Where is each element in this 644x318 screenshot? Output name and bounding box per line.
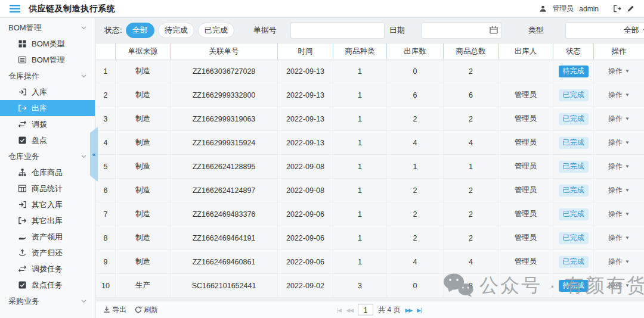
page-first-button[interactable]: |◀ [337, 307, 341, 313]
user-icon [539, 5, 547, 13]
cell-category-count: 1 [333, 155, 387, 178]
sidebar-item-asset-return[interactable]: 资产归还 [0, 245, 95, 261]
cell-category-count: 1 [333, 250, 387, 273]
page-number-input[interactable] [358, 304, 373, 316]
cell-category-count: 3 [333, 274, 387, 297]
cell-action: 操作 ▼ [594, 226, 644, 250]
sidebar-item-warehouse-goods[interactable]: 仓库商品 [0, 164, 95, 180]
cell-total-count: 4 [444, 131, 499, 154]
cell-order-no: ZZ1662624128895 [171, 155, 278, 178]
cell-source: 制造 [116, 179, 171, 202]
caret-down-icon: ▼ [625, 283, 630, 288]
cell-time: 2022-09-13 [278, 131, 333, 154]
cell-index: 2 [96, 83, 116, 107]
cell-status: 已完成 [553, 202, 594, 226]
sidebar-item-outbound[interactable]: 出库 [0, 100, 95, 116]
sidebar-group-warehouse-ops[interactable]: 仓库操作 [0, 68, 95, 84]
row-action-button[interactable]: 操作 ▼ [608, 138, 630, 148]
return-up-icon [18, 249, 26, 257]
cell-order-no: ZZ1662469460861 [171, 250, 278, 273]
check-square-icon [18, 136, 26, 145]
sidebar-group-bom[interactable]: BOM管理 [0, 20, 95, 36]
cell-order-no: ZZ1662999315924 [171, 131, 278, 154]
row-action-button[interactable]: 操作 ▼ [608, 185, 630, 195]
cell-out-count: 2 [387, 202, 444, 226]
sidebar-item-bom-manage[interactable]: BOM管理 [0, 52, 95, 68]
sidebar-item-inbound[interactable]: 入库 [0, 84, 95, 100]
top-header: 供应链及制造执行系统 管理员 admin [0, 0, 644, 18]
cell-index: 6 [96, 179, 116, 202]
cell-time: 2022-09-13 [278, 83, 333, 107]
cell-total-count: 2 [444, 179, 499, 202]
page-prev-button[interactable]: ◀◀ [346, 307, 353, 313]
status-filter-done[interactable]: 已完成 [198, 23, 234, 38]
sidebar-group-warehouse-biz[interactable]: 仓库业务 [0, 148, 95, 164]
cell-operator: 管理员 [499, 250, 553, 273]
cell-status: 已完成 [553, 179, 594, 202]
status-filter-pending[interactable]: 待完成 [158, 23, 194, 38]
list-icon [18, 56, 26, 64]
menu-hamburger-icon[interactable] [10, 5, 20, 13]
sidebar-item-stocktake[interactable]: 盘点 [0, 132, 95, 148]
sign-out-icon [18, 104, 26, 113]
cell-status: 已完成 [553, 226, 594, 250]
logout-icon[interactable] [613, 5, 621, 13]
row-action-button[interactable]: 操作 ▼ [608, 66, 630, 76]
cell-out-count: 4 [387, 131, 444, 154]
table-row: 6 制造 ZZ1662624124897 2022-09-08 1 2 2 管理… [96, 179, 644, 202]
cell-action: 操作 ▼ [594, 202, 644, 226]
collapse-left-icon: « [92, 151, 95, 158]
row-action-button[interactable]: 操作 ▼ [608, 90, 630, 100]
row-action-button[interactable]: 操作 ▼ [608, 161, 630, 172]
sidebar-item-transfer[interactable]: 调拨 [0, 116, 95, 132]
cell-index: 1 [96, 60, 116, 83]
cell-out-count: 6 [387, 83, 444, 107]
export-button[interactable]: 导出 [103, 305, 126, 315]
status-badge: 已完成 [559, 137, 589, 149]
sidebar-item-goods-stats[interactable]: 商品统计 [0, 180, 95, 197]
table-row: 5 制造 ZZ1662624128895 2022-09-08 1 1 1 管理… [96, 155, 644, 179]
cell-order-no: ZZ1662469464191 [171, 226, 278, 250]
cell-time: 2022-09-02 [278, 274, 333, 297]
table-header-cell: 商品总数 [444, 43, 499, 59]
cell-index: 4 [96, 131, 116, 154]
row-action-button[interactable]: 操作 ▼ [608, 209, 630, 219]
date-label: 日期 [389, 25, 405, 36]
cell-operator: 管理员 [499, 226, 553, 250]
cell-total-count: 2 [444, 226, 499, 250]
cell-operator: 管理员 [499, 155, 553, 178]
cell-operator: 管理员 [499, 107, 553, 130]
row-action-button[interactable]: 操作 ▼ [608, 233, 630, 243]
table-footer: 导出 刷新 |◀ ◀◀ 共 4 页 ▶▶ ▶| [96, 301, 644, 318]
main-content: 状态: 全部 待完成 已完成 单据号 日期 类型 全部 单据来源 关联单号 时间 [96, 18, 644, 318]
page-last-button[interactable]: ▶| [417, 307, 421, 313]
sidebar-item-other-outbound[interactable]: 其它出库 [0, 213, 95, 229]
sidebar-item-stocktake-task[interactable]: 盘点任务 [0, 277, 95, 293]
sidebar-collapse-handle[interactable]: « [90, 127, 98, 182]
order-no-label: 单据号 [253, 25, 277, 36]
sidebar-item-bom-type[interactable]: BOM类型 [0, 36, 95, 52]
table-row: 10 生产 SC1662101652441 2022-09-02 3 0 8 待… [96, 274, 644, 298]
type-select[interactable]: 全部 [565, 22, 644, 39]
sidebar-item-other-inbound[interactable]: 其它入库 [0, 197, 95, 213]
table-header-cell: 出库数 [387, 43, 444, 59]
pagination: |◀ ◀◀ 共 4 页 ▶▶ ▶| [337, 304, 422, 316]
cell-operator [499, 60, 553, 83]
refresh-button[interactable]: 刷新 [135, 305, 158, 315]
row-action-button[interactable]: 操作 ▼ [608, 114, 630, 124]
status-badge: 已完成 [559, 89, 589, 101]
status-filter-all[interactable]: 全部 [126, 23, 154, 38]
cell-action: 操作 ▼ [594, 179, 644, 202]
calendar-icon[interactable] [490, 26, 498, 34]
cell-out-count: 0 [387, 274, 444, 297]
order-no-input[interactable] [290, 22, 385, 39]
row-action-button[interactable]: 操作 ▼ [608, 257, 630, 267]
page-next-button[interactable]: ▶▶ [405, 307, 412, 313]
table-header-cell: 关联单号 [171, 43, 278, 59]
sidebar-item-asset-requisition[interactable]: 资产领用 [0, 229, 95, 245]
theme-brush-icon[interactable] [627, 5, 634, 13]
exchange-icon [18, 120, 26, 129]
sidebar-item-transfer-task[interactable]: 调拨任务 [0, 261, 95, 277]
row-action-button[interactable]: 操作 ▼ [608, 280, 630, 291]
sidebar-group-purchase-biz[interactable]: 采购业务 [0, 293, 95, 309]
